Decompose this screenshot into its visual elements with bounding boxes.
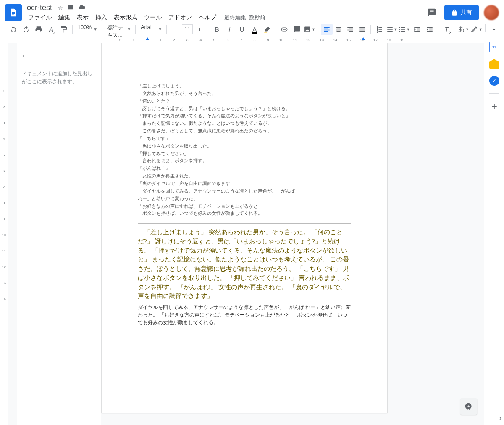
paragraph-style-select[interactable]: 標準テキス... bbox=[105, 24, 133, 35]
story-line[interactable]: 「こちらです」 bbox=[138, 135, 351, 143]
align-left-button[interactable] bbox=[321, 24, 333, 35]
story-line[interactable]: 「裏のダイヤルで、声を自由に調節できます」 bbox=[138, 180, 351, 187]
story-line[interactable]: 「押してみてください」 bbox=[138, 150, 351, 158]
story-line[interactable]: ボタンを押せば、いつでも好みの女性が励ましてくれる。 bbox=[138, 210, 351, 217]
story-line[interactable]: 言われるまま、ボタンを押す。 bbox=[138, 157, 351, 165]
ruler-tick: 4 bbox=[194, 38, 207, 42]
story-line[interactable]: ダイヤルを回してみる。アナウンサーのような凛とした声色が、「がんば bbox=[138, 187, 351, 195]
document-excerpt-large[interactable]: 「差し上げましょう」 突然あらわれた男が、そう言った。 「何のことだ?」 訝しげ… bbox=[138, 228, 351, 301]
editing-mode-button[interactable]: ▼ bbox=[470, 24, 483, 35]
ruler-tick: 7 bbox=[3, 185, 5, 189]
zoom-select[interactable]: 100% bbox=[75, 24, 99, 35]
ruler-tick: 1 bbox=[154, 38, 167, 42]
ruler-tick: 5 bbox=[207, 38, 221, 42]
ruler-tick: 19 bbox=[396, 38, 409, 42]
ruler-tick: 1 bbox=[3, 89, 5, 93]
font-select[interactable]: Arial bbox=[138, 24, 159, 35]
align-justify-button[interactable] bbox=[356, 24, 368, 35]
story-line[interactable]: 『がんばれ！』 bbox=[138, 165, 351, 172]
ruler-tick: 11 bbox=[288, 38, 302, 42]
last-edit-text[interactable]: 最終編集: 数秒前 bbox=[224, 14, 265, 21]
italic-button[interactable]: I bbox=[223, 24, 235, 35]
ruler-tick: 1 bbox=[127, 38, 140, 42]
story-line[interactable]: 「お好きな方の声にすれば、モチベーションも上がるかと」 bbox=[138, 203, 351, 210]
explore-button[interactable] bbox=[460, 398, 477, 415]
ruler-tick: 9 bbox=[3, 217, 5, 221]
outline-collapse-icon[interactable]: ← bbox=[22, 53, 97, 59]
align-center-button[interactable] bbox=[333, 24, 344, 35]
tasks-icon[interactable] bbox=[489, 76, 499, 86]
bold-button[interactable]: B bbox=[211, 24, 223, 35]
share-button[interactable]: 共有 bbox=[444, 5, 479, 20]
clear-format-button[interactable]: T✕ bbox=[441, 24, 452, 35]
font-size-input[interactable]: 11 bbox=[182, 24, 193, 34]
insert-image-button[interactable]: ▼ bbox=[304, 24, 315, 35]
indent-decrease-button[interactable] bbox=[411, 24, 423, 35]
ruler-tick: 14 bbox=[328, 38, 342, 42]
outline-hint-text: ドキュメントに追加した見出しがここに表示されます。 bbox=[22, 70, 97, 86]
line-spacing-button[interactable] bbox=[373, 24, 385, 35]
font-size-increase[interactable]: + bbox=[194, 24, 205, 35]
undo-button[interactable] bbox=[8, 24, 19, 35]
story-line[interactable]: 「押すだけで気力が湧いてくる、そんな魔法のようなボタンが欲しいと」 bbox=[138, 112, 351, 120]
vertical-ruler: 1234567891011121314 bbox=[0, 37, 8, 425]
calendar-icon[interactable] bbox=[489, 42, 499, 52]
document-title[interactable]: ocr-test bbox=[25, 3, 54, 13]
story-line[interactable]: 男は小さなボタンを取り出した。 bbox=[138, 143, 351, 150]
toolbar: A✓ 100%▼ 標準テキス...▼ Arial▼ − 11 + B I U A… bbox=[0, 22, 504, 37]
ruler-tick: 4 bbox=[3, 137, 5, 141]
redo-button[interactable] bbox=[20, 24, 32, 35]
story-line[interactable]: 「何のことだ？」 bbox=[138, 98, 351, 105]
bulleted-list-button[interactable]: ▼ bbox=[399, 24, 410, 35]
indent-marker-right[interactable] bbox=[361, 37, 365, 40]
underline-button[interactable]: U bbox=[236, 24, 248, 35]
document-body-small[interactable]: 「差し上げましょう」 突然あらわれた男が、そう言った。「何のことだ？」 訝しげに… bbox=[138, 82, 351, 217]
keep-icon[interactable] bbox=[489, 59, 499, 69]
spellcheck-button[interactable]: A✓ bbox=[45, 24, 57, 35]
story-line[interactable]: 訝しげにそう返すと、男は「いまおっしゃったでしょう？」と続ける。 bbox=[138, 105, 351, 113]
ruler-tick: 12 bbox=[302, 38, 315, 42]
ruler-tick: 13 bbox=[315, 38, 328, 42]
ruler-tick: 10 bbox=[275, 38, 288, 42]
ruler-tick: 2 bbox=[113, 38, 127, 42]
cloud-saved-icon[interactable] bbox=[78, 3, 86, 12]
side-panel-collapse-icon[interactable]: › bbox=[499, 414, 501, 422]
indent-marker-left[interactable] bbox=[145, 37, 150, 40]
account-avatar[interactable] bbox=[484, 5, 499, 20]
print-button[interactable] bbox=[33, 24, 45, 35]
document-page[interactable]: 「差し上げましょう」 突然あらわれた男が、そう言った。「何のことだ？」 訝しげに… bbox=[102, 43, 387, 413]
docs-app-icon[interactable] bbox=[5, 4, 22, 21]
story-line[interactable]: この暑さだ。ぼぅとして、無意識に思考が漏れ出たのだろう。 bbox=[138, 127, 351, 135]
star-icon[interactable]: ☆ bbox=[58, 5, 63, 11]
svg-point-0 bbox=[399, 27, 400, 28]
ruler-tick: 2 bbox=[167, 38, 181, 42]
paint-format-button[interactable] bbox=[58, 24, 70, 35]
svg-point-2 bbox=[399, 31, 400, 32]
story-line[interactable]: 突然あらわれた男が、そう言った。 bbox=[138, 90, 351, 98]
collapse-toolbar-button[interactable] bbox=[488, 24, 500, 35]
document-excerpt-small[interactable]: ダイヤルを回してみる。アナウンサーのような凛とした声色が、「がんば れー」と幼い… bbox=[138, 304, 351, 326]
horizontal-ruler: 2112345678910111213141516171819 bbox=[8, 37, 484, 43]
indent-increase-button[interactable] bbox=[424, 24, 436, 35]
comments-icon[interactable] bbox=[424, 5, 439, 20]
align-right-button[interactable] bbox=[344, 24, 356, 35]
insert-comment-button[interactable] bbox=[291, 24, 303, 35]
font-size-decrease[interactable]: − bbox=[169, 24, 181, 35]
ruler-tick: 8 bbox=[3, 201, 5, 205]
text-color-button[interactable]: A bbox=[249, 24, 260, 35]
story-line[interactable]: れー」と幼い声に変わった。 bbox=[138, 195, 351, 203]
move-icon[interactable] bbox=[67, 4, 74, 12]
story-line[interactable]: 女性の声が再生された。 bbox=[138, 172, 351, 180]
input-mode-button[interactable]: あ▼ bbox=[458, 24, 470, 35]
numbered-list-button[interactable]: ▼ bbox=[386, 24, 398, 35]
add-addon-icon[interactable]: ＋ bbox=[489, 101, 499, 111]
story-line[interactable]: まったく記憶にない。似たようなことはいつも考えているが。 bbox=[138, 120, 351, 127]
ruler-tick: 12 bbox=[2, 265, 6, 269]
highlight-button[interactable] bbox=[261, 24, 273, 35]
story-line[interactable]: 「差し上げましょう」 bbox=[138, 82, 351, 90]
svg-point-1 bbox=[399, 29, 400, 29]
insert-link-button[interactable] bbox=[278, 24, 290, 35]
horizontal-rule bbox=[138, 223, 351, 224]
title-bar: ocr-test ☆ ファイル 編集 表示 挿入 表示形式 ツール アドオン ヘ… bbox=[0, 0, 504, 22]
ruler-tick: 10 bbox=[2, 233, 6, 237]
